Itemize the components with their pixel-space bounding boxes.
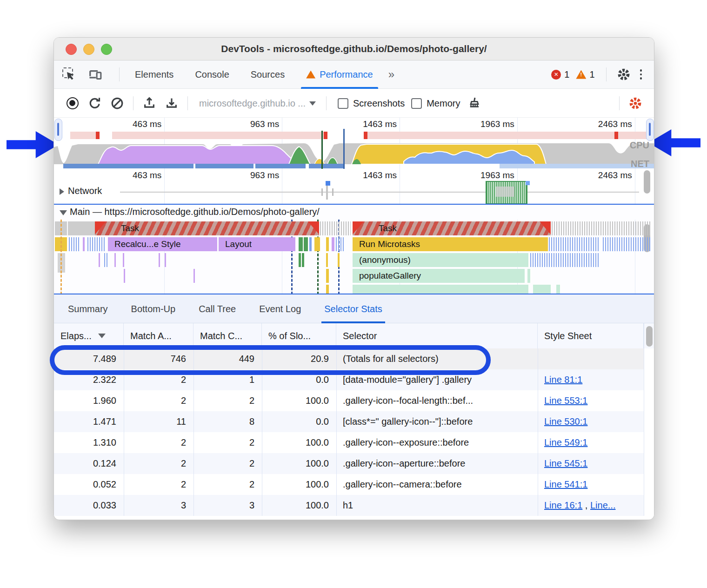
paint-bar[interactable]	[304, 237, 308, 251]
table-row[interactable]: 1.31022100.0.gallery-icon--exposure::bef…	[54, 432, 644, 453]
recalc-style-bar[interactable]: Recalcu...e Style	[107, 237, 218, 251]
network-request-whisker	[321, 188, 323, 196]
event-ticks	[104, 253, 109, 267]
network-scrollbar[interactable]	[644, 170, 650, 194]
memory-checkbox[interactable]	[411, 98, 422, 109]
error-count: 1	[564, 69, 569, 80]
style-sheet-link[interactable]: Line 541:1	[544, 479, 587, 489]
divider	[133, 96, 133, 110]
script-tick	[326, 269, 329, 283]
column-header[interactable]: Match C...	[193, 323, 262, 348]
range-handle-left[interactable]	[54, 119, 62, 141]
call-fragment	[527, 269, 531, 283]
anonymous-bar[interactable]: (anonymous)	[353, 253, 529, 267]
cell-match-count: 3	[193, 495, 262, 516]
column-header[interactable]: Selector	[336, 323, 538, 348]
long-task-bar[interactable]: Task	[353, 221, 551, 235]
style-tick	[123, 253, 124, 267]
longtask-marker	[324, 132, 327, 139]
capture-settings-gear-icon[interactable]	[628, 96, 642, 110]
screenshots-checkbox[interactable]	[338, 98, 348, 109]
ruler-tick-label: 1963 ms	[454, 119, 514, 129]
more-tabs-icon[interactable]: »	[384, 68, 399, 81]
ruler-tick-label: 1463 ms	[336, 170, 397, 180]
tab-sources[interactable]: Sources	[240, 60, 295, 89]
menu-kebab-icon[interactable]	[636, 69, 646, 80]
table-row[interactable]: 0.05222100.0.gallery-icon--camera::befor…	[54, 474, 644, 495]
collect-garbage-icon[interactable]	[467, 96, 481, 110]
collapse-main-icon[interactable]	[60, 210, 67, 215]
task-fragment[interactable]	[68, 221, 95, 235]
column-header[interactable]: Style Sheet	[538, 323, 644, 348]
layout-bar[interactable]: Layout	[218, 237, 296, 251]
table-row[interactable]: 1.96022100.0.gallery-icon--focal-length:…	[54, 390, 644, 411]
devtools-tabbar: Elements Console Sources Performance » ✕…	[54, 60, 654, 89]
long-task-bar[interactable]: Task	[95, 221, 319, 235]
inspect-element-icon[interactable]	[62, 67, 76, 81]
error-badge-icon[interactable]: ✕	[551, 70, 561, 80]
style-sheet-link[interactable]: Line...	[590, 500, 615, 510]
devtools-window: DevTools - microsoftedge.github.io/Demos…	[53, 37, 654, 520]
flame-chart[interactable]: Task Task Recalcu...e Style Layout	[54, 220, 654, 294]
populate-gallery-bar[interactable]: populateGallery	[353, 269, 526, 283]
cell-style-sheet	[538, 348, 644, 369]
cell-selector: .gallery-icon--aperture::before	[336, 453, 538, 474]
main-thread-track[interactable]: Main — https://microsoftedge.github.io/D…	[54, 204, 654, 294]
style-sheet-link[interactable]: Line 553:1	[544, 395, 587, 406]
cell-match-attempts: 3	[124, 495, 193, 516]
column-header[interactable]: Match A...	[124, 323, 193, 348]
history-dropdown[interactable]: microsoftedge.github.io ...	[199, 98, 306, 109]
column-header[interactable]: % of Slo...	[262, 323, 336, 348]
settings-gear-icon[interactable]	[617, 67, 631, 81]
memory-label: Memory	[427, 98, 460, 109]
style-sheet-link[interactable]: Line 530:1	[544, 416, 587, 427]
column-header[interactable]: Elaps...	[54, 323, 124, 348]
marker-line-dcl	[60, 220, 62, 294]
table-scrollbar[interactable]	[646, 326, 653, 347]
table-row[interactable]: 0.12422100.0.gallery-icon--aperture::bef…	[54, 453, 644, 474]
paint-bar[interactable]	[299, 237, 303, 251]
ruler-tick-label: 963 ms	[219, 119, 279, 129]
timeline-overview[interactable]: 463 ms963 ms1463 ms1963 ms2463 ms CP	[54, 118, 654, 169]
script-tick	[326, 285, 329, 294]
column-divider	[644, 323, 644, 348]
table-row[interactable]: 0.03333100.0h1Line 16:1 , Line...	[54, 495, 644, 516]
cell-match-count: 2	[193, 474, 262, 495]
tab-performance[interactable]: Performance	[295, 60, 384, 89]
style-sheet-link[interactable]: Line 545:1	[544, 458, 587, 468]
screenshots-label: Screenshots	[353, 98, 405, 109]
load-profile-icon[interactable]	[142, 96, 156, 110]
range-handle-right[interactable]	[646, 119, 654, 141]
expand-network-icon[interactable]	[60, 188, 64, 195]
reload-and-record-icon[interactable]	[88, 96, 102, 110]
network-request-body	[496, 187, 514, 197]
link-separator: ,	[582, 500, 590, 510]
tab-selector-stats[interactable]: Selector Stats	[324, 294, 382, 323]
style-sheet-link[interactable]: Line 549:1	[544, 437, 587, 448]
tab-console[interactable]: Console	[184, 60, 240, 89]
cell-slow-pct: 100.0	[262, 453, 336, 474]
clear-recording-icon[interactable]	[110, 96, 124, 110]
table-row[interactable]: 1.4711180.0[class*=" gallery-icon--"]::b…	[54, 411, 644, 432]
longtask-marker	[364, 132, 367, 139]
style-sheet-link[interactable]: Line 81:1	[544, 374, 582, 385]
layout-label: Layout	[219, 239, 252, 249]
run-microtasks-bar[interactable]: Run Microtasks	[353, 237, 548, 251]
style-sheet-link[interactable]: Line 16:1	[544, 500, 582, 510]
tab-elements[interactable]: Elements	[124, 60, 184, 89]
event-ticks	[336, 237, 344, 251]
window-title: DevTools - microsoftedge.github.io/Demos…	[54, 38, 654, 60]
save-profile-icon[interactable]	[165, 96, 179, 110]
cell-match-count: 8	[193, 411, 262, 432]
tab-call-tree[interactable]: Call Tree	[199, 294, 236, 323]
warning-badge-icon[interactable]	[576, 70, 586, 79]
network-track[interactable]: 463 ms963 ms1463 ms1963 ms2463 ms Networ…	[54, 169, 654, 204]
tab-bottom-up[interactable]: Bottom-Up	[131, 294, 176, 323]
script-tick	[326, 237, 329, 251]
tab-summary[interactable]: Summary	[68, 294, 108, 323]
device-toolbar-icon[interactable]	[88, 67, 102, 81]
paint-tick	[299, 253, 301, 267]
tab-event-log[interactable]: Event Log	[259, 294, 301, 323]
column-header-label: Match A...	[130, 323, 172, 348]
record-button[interactable]	[67, 97, 79, 109]
